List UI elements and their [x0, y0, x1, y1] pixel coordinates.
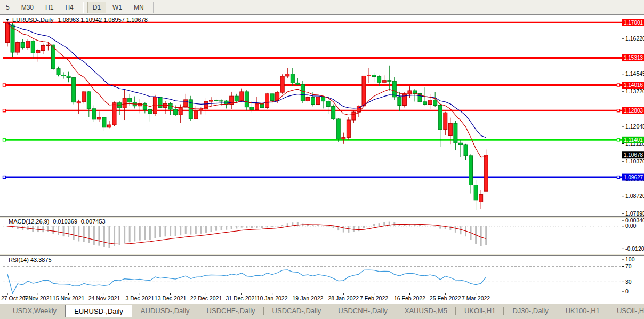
chart-symbol-period: EURUSD-,Daily [12, 17, 54, 23]
price-tick-label: 1.10370 [625, 158, 644, 164]
rsi-axis-label: 0 [625, 288, 629, 294]
rsi-axis-label: 70 [625, 263, 632, 269]
panel-dividers[interactable] [0, 216, 644, 302]
date-tick-label: 19 Jan 2022 [293, 295, 324, 301]
date-tick-label: 7 Mar 2022 [462, 295, 490, 301]
macd-indicator-label: MACD(12,26,9) -0.010369 -0.007453 [9, 218, 106, 225]
price-tick-label: 1.07895 [625, 210, 644, 217]
price-tick-label: 1.13720 [625, 88, 644, 94]
mt4-window: { "toolbar": { "buttons": [ {"label": "5… [0, 0, 644, 319]
price-tag-label: 1.11401 [624, 137, 643, 143]
price-tick-label: 1.16220 [625, 35, 644, 42]
date-tick-label: 22 Dec 2021 [190, 295, 222, 301]
macd-panel [3, 222, 622, 248]
chart-title: ▼EURUSD-,Daily1.08963 1.10942 1.08957 1.… [5, 17, 148, 23]
hline-handle[interactable] [617, 109, 620, 112]
date-tick-label: 28 Jan 2022 [328, 295, 359, 301]
date-tick-label: 24 Nov 2021 [88, 295, 120, 301]
date-tick-label: 31 Dec 2021 [226, 295, 258, 301]
date-tick-label: 10 Jan 2022 [257, 295, 288, 301]
price-tag-label: 1.15313 [624, 55, 643, 61]
rsi-panel [3, 267, 622, 293]
date-tick-label: 3 Dec 2021 [125, 295, 154, 301]
rsi-axis-label: 30 [625, 278, 632, 285]
price-tag-label: 1.09627 [624, 174, 643, 180]
hline-handle[interactable] [3, 176, 6, 179]
hline-handle[interactable] [3, 84, 6, 86]
chart-canvas[interactable]: 1.162201.145451.137201.120451.112201.103… [0, 0, 644, 319]
price-tag-label: 1.12803 [624, 108, 643, 114]
rsi-axis-label: 100 [625, 256, 635, 262]
price-tag-label: 1.14016 [624, 82, 643, 88]
date-tick-label: 16 Feb 2022 [394, 295, 425, 301]
macd-axis-label: 0.00 [625, 222, 637, 229]
candlesticks [6, 21, 488, 210]
date-tick-label: 5 Nov 2021 [23, 295, 52, 301]
date-axis[interactable]: 27 Oct 20215 Nov 202115 Nov 202124 Nov 2… [1, 293, 490, 301]
chart-ohlc-values: 1.08963 1.10942 1.08957 1.10678 [58, 17, 148, 23]
date-tick-label: 7 Feb 2022 [360, 295, 388, 301]
date-tick-label: 15 Nov 2021 [53, 295, 85, 301]
hline-handle[interactable] [3, 139, 6, 141]
hline-handle[interactable] [617, 176, 620, 179]
price-tick-label: 1.12045 [625, 123, 644, 130]
price-tick-label: 1.14545 [625, 70, 644, 77]
price-tag-label: 1.17001 [624, 20, 643, 26]
date-tick-label: 25 Feb 2022 [430, 295, 461, 301]
hline-handle[interactable] [617, 84, 620, 86]
price-tick-label: 1.08720 [625, 193, 644, 199]
hline-handle[interactable] [617, 139, 620, 141]
tab-eurusd-daily[interactable]: EURUSD-,Daily [65, 305, 132, 317]
price-tag-label: 1.10678 [624, 152, 643, 158]
date-tick-label: 13 Dec 2021 [155, 295, 187, 301]
chart-dropdown-icon[interactable]: ▼ [5, 18, 10, 22]
hline-handle[interactable] [3, 109, 6, 112]
macd-axis-label: -0.012058 [625, 245, 644, 252]
ma-slow-line [7, 23, 486, 138]
rsi-indicator-label: RSI(14) 43.3875 [9, 257, 52, 263]
